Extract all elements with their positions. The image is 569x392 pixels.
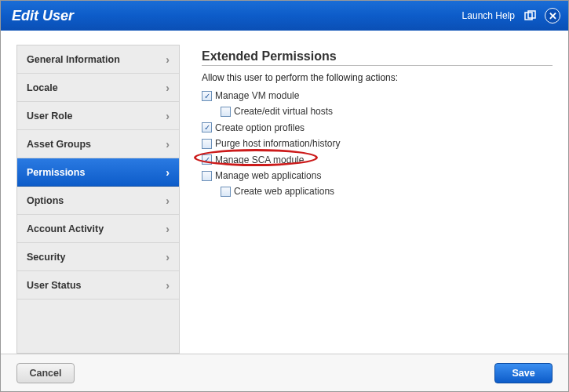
permissions-list: ✓Manage VM moduleCreate/edit virtual hos… [202, 88, 553, 200]
chevron-right-icon: › [166, 53, 170, 66]
permission-label: Manage VM module [215, 88, 299, 103]
chevron-right-icon: › [166, 223, 170, 235]
permission-row: ✓Manage VM module [202, 88, 553, 103]
sidebar-item-label: Asset Groups [27, 139, 91, 150]
popout-icon[interactable] [523, 9, 537, 23]
permission-row: Manage web applications [202, 168, 553, 183]
permission-label: Manage web applications [215, 168, 321, 183]
sidebar-item-asset-groups[interactable]: Asset Groups› [17, 130, 179, 158]
checkbox[interactable] [202, 171, 212, 181]
sidebar-item-label: Security [27, 252, 65, 263]
section-description: Allow this user to perform the following… [202, 72, 553, 83]
sidebar-item-label: Options [27, 195, 64, 206]
permission-row: Create/edit virtual hosts [221, 103, 553, 119]
sidebar-item-general-information[interactable]: General Information› [17, 45, 179, 74]
chevron-right-icon: › [166, 82, 170, 94]
sidebar-item-security[interactable]: Security› [17, 243, 179, 271]
sidebar: General Information›Locale›User Role›Ass… [16, 45, 180, 354]
sidebar-item-label: Account Activity [27, 223, 104, 234]
permission-label: Create/edit virtual hosts [234, 103, 333, 119]
chevron-right-icon: › [166, 251, 170, 263]
permission-row: Purge host information/history [202, 136, 553, 151]
permission-label: Manage SCA module [215, 152, 304, 168]
checkbox[interactable]: ✓ [202, 91, 212, 101]
chevron-right-icon: › [166, 110, 170, 122]
chevron-right-icon: › [166, 194, 170, 207]
permission-row: ✓Manage SCA module [202, 152, 553, 168]
save-button[interactable]: Save [494, 363, 553, 383]
sidebar-item-permissions[interactable]: Permissions› [17, 158, 179, 187]
sidebar-item-options[interactable]: Options› [17, 187, 179, 215]
close-icon[interactable]: ✕ [545, 8, 560, 24]
sidebar-item-label: General Information [27, 54, 120, 65]
chevron-right-icon: › [166, 279, 170, 292]
checkbox[interactable] [221, 187, 231, 197]
permission-row: ✓Create option profiles [202, 120, 553, 136]
permission-label: Create option profiles [215, 120, 305, 136]
sidebar-item-label: Permissions [27, 167, 85, 178]
edit-user-dialog: Edit User Launch Help ✕ General Informat… [0, 0, 569, 392]
sidebar-item-label: User Role [27, 111, 72, 122]
permission-row: Create web applications [221, 183, 553, 199]
sidebar-item-user-role[interactable]: User Role› [17, 102, 179, 130]
titlebar-actions: Launch Help ✕ [462, 8, 560, 24]
dialog-body: General Information›Locale›User Role›Ass… [1, 31, 568, 354]
titlebar: Edit User Launch Help ✕ [1, 1, 568, 31]
dialog-title: Edit User [12, 8, 74, 24]
checkbox[interactable]: ✓ [202, 122, 212, 132]
permission-label: Purge host information/history [215, 136, 340, 151]
chevron-right-icon: › [166, 138, 170, 151]
sidebar-item-locale[interactable]: Locale› [17, 74, 179, 102]
dialog-footer: Cancel Save [1, 354, 568, 391]
sidebar-item-label: User Status [27, 280, 81, 291]
chevron-right-icon: › [166, 166, 170, 179]
section-heading: Extended Permissions [202, 49, 553, 66]
sidebar-item-label: Locale [27, 82, 58, 93]
launch-help-link[interactable]: Launch Help [462, 10, 515, 21]
sidebar-item-account-activity[interactable]: Account Activity› [17, 215, 179, 243]
checkbox[interactable]: ✓ [202, 154, 212, 165]
content-panel: Extended Permissions Allow this user to … [180, 45, 553, 354]
checkbox[interactable] [221, 107, 231, 117]
sidebar-item-user-status[interactable]: User Status› [17, 271, 179, 299]
cancel-button[interactable]: Cancel [16, 363, 75, 383]
permission-label: Create web applications [234, 183, 334, 199]
checkbox[interactable] [202, 139, 212, 149]
